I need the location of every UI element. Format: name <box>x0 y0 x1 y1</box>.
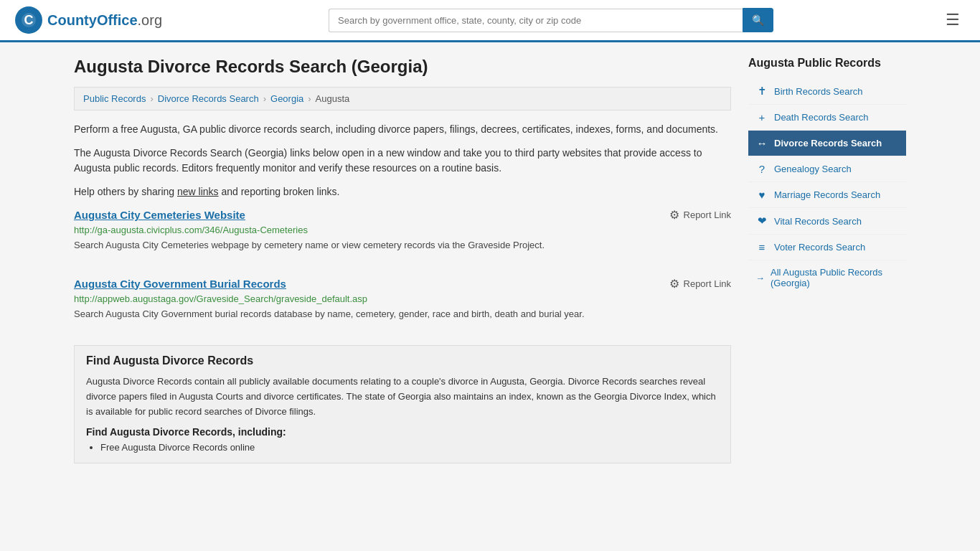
arrow-right-icon: → <box>755 273 765 283</box>
report-icon-2: ⚙ <box>669 277 679 291</box>
genealogy-icon: ? <box>755 163 768 175</box>
breadcrumb-divorce-records[interactable]: Divorce Records Search <box>158 93 259 104</box>
sidebar-label-genealogy: Genealogy Search <box>774 164 852 174</box>
marriage-records-icon: ♥ <box>755 189 768 201</box>
record-desc-2: Search Augusta City Government burial re… <box>74 307 731 321</box>
sidebar: Augusta Public Records ✝ Birth Records S… <box>748 57 906 463</box>
breadcrumb-sep-1: › <box>150 93 153 104</box>
report-icon-1: ⚙ <box>669 208 679 222</box>
sidebar-all-records-link[interactable]: → All Augusta Public Records (Georgia) <box>748 260 906 295</box>
sidebar-label-marriage-records: Marriage Records Search <box>774 189 880 200</box>
sidebar-item-voter-records[interactable]: ≡ Voter Records Search <box>748 235 906 260</box>
find-sub-heading: Find Augusta Divorce Records, including: <box>86 426 719 438</box>
breadcrumb-sep-2: › <box>263 93 266 104</box>
sidebar-label-voter-records: Voter Records Search <box>774 242 865 253</box>
vital-records-icon: ❤ <box>755 215 768 227</box>
header: C CountyOffice.org 🔍 ☰ <box>0 0 980 42</box>
sidebar-item-death-records[interactable]: + Death Records Search <box>748 105 906 131</box>
description-3: Help others by sharing new links and rep… <box>74 184 731 199</box>
page-title: Augusta Divorce Records Search (Georgia) <box>74 57 731 77</box>
breadcrumb-public-records[interactable]: Public Records <box>83 93 146 104</box>
search-area: 🔍 <box>329 8 773 32</box>
birth-records-icon: ✝ <box>755 85 768 98</box>
sidebar-label-death-records: Death Records Search <box>774 112 869 123</box>
record-desc-1: Search Augusta City Cemeteries webpage b… <box>74 238 731 253</box>
record-entry-2-header: Augusta City Government Burial Records ⚙… <box>74 277 731 291</box>
content-area: Augusta Divorce Records Search (Georgia)… <box>74 57 731 463</box>
sidebar-item-vital-records[interactable]: ❤ Vital Records Search <box>748 208 906 235</box>
sidebar-title: Augusta Public Records <box>748 57 906 70</box>
sidebar-label-birth-records: Birth Records Search <box>774 86 863 97</box>
report-link-1[interactable]: ⚙ Report Link <box>669 208 731 222</box>
search-button[interactable]: 🔍 <box>743 8 773 32</box>
sidebar-all-records-label: All Augusta Public Records (Georgia) <box>771 267 899 288</box>
record-entry-2: Augusta City Government Burial Records ⚙… <box>74 277 731 331</box>
sidebar-label-divorce-records: Divorce Records Search <box>774 138 882 149</box>
record-url-1[interactable]: http://ga-augusta.civicplus.com/346/Augu… <box>74 225 731 235</box>
find-section: Find Augusta Divorce Records Augusta Div… <box>74 345 731 463</box>
list-item: Free Augusta Divorce Records online <box>100 442 719 453</box>
breadcrumb: Public Records › Divorce Records Search … <box>74 87 731 110</box>
death-records-icon: + <box>755 111 768 123</box>
divorce-records-icon: ↔ <box>755 137 768 149</box>
sidebar-item-divorce-records[interactable]: ↔ Divorce Records Search <box>748 131 906 156</box>
report-link-2[interactable]: ⚙ Report Link <box>669 277 731 291</box>
new-links-link[interactable]: new links <box>177 186 219 197</box>
find-list: Free Augusta Divorce Records online <box>86 442 719 453</box>
record-entry-1: Augusta City Cemeteries Website ⚙ Report… <box>74 208 731 263</box>
sidebar-item-birth-records[interactable]: ✝ Birth Records Search <box>748 78 906 105</box>
record-title-1[interactable]: Augusta City Cemeteries Website <box>74 209 245 221</box>
sidebar-label-vital-records: Vital Records Search <box>774 216 862 227</box>
description-2: The Augusta Divorce Records Search (Geor… <box>74 146 731 176</box>
menu-button[interactable]: ☰ <box>940 8 966 32</box>
description-1: Perform a free Augusta, GA public divorc… <box>74 122 731 137</box>
logo-icon: C <box>14 6 43 34</box>
record-title-2[interactable]: Augusta City Government Burial Records <box>74 278 286 290</box>
find-heading: Find Augusta Divorce Records <box>86 354 719 367</box>
sidebar-item-genealogy[interactable]: ? Genealogy Search <box>748 156 906 182</box>
report-link-label-1: Report Link <box>684 209 731 220</box>
report-link-label-2: Report Link <box>684 278 731 289</box>
find-body: Augusta Divorce Records contain all publ… <box>86 375 719 419</box>
sidebar-item-marriage-records[interactable]: ♥ Marriage Records Search <box>748 182 906 208</box>
breadcrumb-georgia[interactable]: Georgia <box>270 93 303 104</box>
logo-area: C CountyOffice.org <box>14 6 162 34</box>
breadcrumb-sep-3: › <box>308 93 311 104</box>
voter-records-icon: ≡ <box>755 241 768 253</box>
main-wrapper: Augusta Divorce Records Search (Georgia)… <box>60 42 920 478</box>
svg-text:C: C <box>24 13 34 27</box>
logo-text: CountyOffice.org <box>47 12 162 29</box>
search-input[interactable] <box>329 9 743 32</box>
record-entry-1-header: Augusta City Cemeteries Website ⚙ Report… <box>74 208 731 222</box>
breadcrumb-augusta: Augusta <box>316 93 350 104</box>
record-url-2[interactable]: http://appweb.augustaga.gov/Graveside_Se… <box>74 293 731 304</box>
